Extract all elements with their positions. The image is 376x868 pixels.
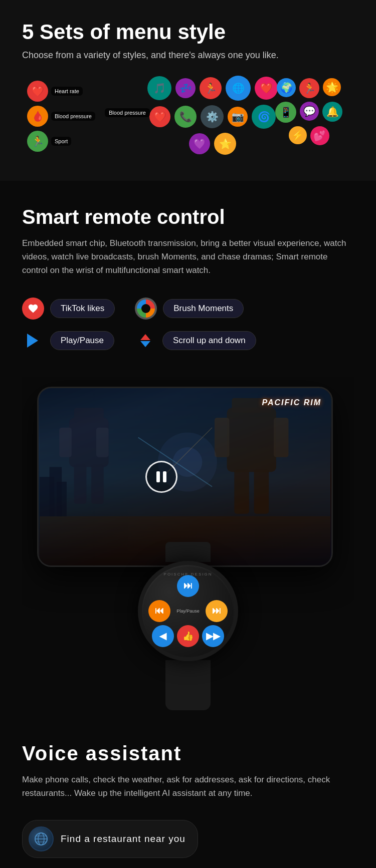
remote-title: Smart remote control — [22, 206, 354, 228]
icon-11: 💜 — [189, 133, 210, 154]
icon-9: 📷 — [228, 107, 248, 127]
video-title-text: PACIFIC RIM — [262, 398, 321, 407]
video-background: PACIFIC RIM — [39, 388, 331, 565]
blood-pressure-label: Blood pressure — [51, 112, 95, 121]
scene-wrapper: PACIFIC RIM POISCHE DESIGN ⏭ — [22, 377, 354, 717]
globe-icon — [34, 831, 49, 846]
moments-circle-icon — [137, 300, 155, 318]
menu-style-desc: Choose from a variety of styles, and the… — [22, 50, 354, 61]
video-scene-svg — [39, 388, 331, 565]
watch-btn-next: ⏭ — [206, 600, 228, 622]
tiktok-label: TikTok likes — [50, 299, 115, 318]
find-restaurant-icon — [29, 826, 54, 851]
watch-btn-skip-forward: ⏭ — [177, 575, 199, 597]
menu-style-title: 5 Sets of menu style — [22, 20, 354, 44]
icon-6: ❤️ — [149, 106, 170, 127]
icon-r1: 🌍 — [277, 78, 296, 97]
arrow-up-icon — [140, 334, 150, 340]
scroll-pill: Scroll up and down — [134, 330, 256, 352]
voice-pills-container: Find a restaurant near you Call Lily — [22, 820, 354, 868]
tiktok-likes-pill: TikTok likes — [22, 298, 115, 320]
brush-moments-label: Brush Moments — [163, 299, 244, 318]
watch-body: POISCHE DESIGN ⏭ ⏮ Play/Pause ⏭ ◀ 👍 — [138, 561, 238, 661]
app-icons-cluster: ❤️ Heart rate 🩸 Blood pressure 🏃 Sport 🎵… — [22, 71, 354, 181]
sport-label: Sport — [51, 137, 71, 146]
heart-rate-icon: ❤️ — [27, 81, 48, 102]
svg-rect-8 — [96, 427, 109, 457]
feature-pills: TikTok likes Brush Moments Play/Pause — [22, 298, 354, 352]
play-triangle-icon — [27, 334, 38, 348]
watch-bottom-row: ◀ 👍 ▶▶ — [152, 625, 224, 647]
watch-frame: POISCHE DESIGN ⏭ ⏮ Play/Pause ⏭ ◀ 👍 — [128, 542, 248, 712]
find-restaurant-text: Find a restaurant near you — [61, 833, 185, 844]
remote-section: Smart remote control Embedded smart chip… — [0, 181, 376, 717]
watch-center-label: Play/Pause — [173, 607, 203, 615]
watch-band-top — [165, 542, 211, 562]
pause-bar-1 — [156, 471, 160, 482]
icon-2: 💤 — [175, 78, 196, 98]
pause-bar-2 — [163, 471, 166, 482]
play-pill-icon — [22, 330, 44, 352]
watch-controls: ⏭ ⏮ Play/Pause ⏭ ◀ 👍 ▶▶ — [148, 575, 228, 647]
svg-rect-6 — [74, 408, 104, 423]
svg-rect-15 — [234, 469, 249, 514]
arrow-down-icon — [140, 341, 150, 347]
scroll-label: Scroll up and down — [162, 331, 256, 350]
watch-btn-like: 👍 — [177, 625, 199, 647]
watch-center-row: ⏮ Play/Pause ⏭ — [148, 600, 228, 622]
icon-12: ⭐ — [214, 133, 236, 155]
watch-btn-prev: ⏮ — [148, 600, 170, 622]
find-restaurant-pill: Find a restaurant near you — [22, 820, 198, 858]
brush-moments-pill: Brush Moments — [135, 298, 244, 320]
moments-pill-icon — [135, 298, 157, 320]
svg-rect-4 — [57, 481, 67, 516]
watch-top-row: ⏭ — [177, 575, 199, 597]
svg-rect-13 — [215, 418, 230, 457]
svg-rect-14 — [274, 418, 289, 457]
icon-8: ⚙️ — [201, 105, 224, 128]
watch-btn-forward: ▶▶ — [202, 625, 224, 647]
blood-pressure-icon: 🩸 — [27, 106, 48, 127]
pause-bars — [156, 471, 166, 482]
svg-rect-7 — [59, 427, 72, 457]
watch-bezel-text: POISCHE DESIGN — [164, 572, 213, 576]
remote-desc: Embedded smart chip, Bluetooth transmiss… — [22, 236, 354, 277]
voice-assistant-desc: Make phone calls, check the weather, ask… — [22, 773, 354, 800]
scroll-pill-icon — [134, 330, 156, 352]
heart-rate-label: Heart rate — [51, 87, 83, 96]
icon-r6: 🔔 — [322, 102, 342, 122]
icon-r4: 📱 — [275, 102, 296, 123]
svg-rect-11 — [227, 408, 276, 472]
icon-r3: 🌟 — [323, 78, 341, 96]
icon-3: 🏃 — [200, 77, 222, 99]
pause-button — [145, 461, 177, 493]
play-pause-pill: Play/Pause — [22, 330, 114, 352]
watch-band-bottom — [165, 660, 211, 710]
icon-4: 🌐 — [226, 76, 251, 101]
icon-r2: 🏃 — [299, 78, 319, 98]
phone-frame: PACIFIC RIM — [37, 387, 333, 567]
icon-1: 🎵 — [147, 76, 171, 100]
icon-r8: 💕 — [310, 126, 329, 145]
sport-icon: 🏃 — [27, 131, 48, 152]
play-pause-label: Play/Pause — [50, 331, 114, 350]
menu-style-section: 5 Sets of menu style Choose from a varie… — [0, 0, 376, 181]
scroll-arrows-icon — [140, 334, 150, 347]
svg-rect-10 — [91, 464, 104, 504]
watch-btn-back: ◀ — [152, 625, 174, 647]
heart-svg — [28, 303, 39, 314]
icon-r7: ⚡ — [289, 126, 307, 144]
svg-rect-9 — [74, 464, 87, 504]
svg-rect-16 — [254, 469, 269, 514]
voice-assistant-title: Voice assistant — [22, 742, 354, 765]
blood-pressure-float: Blood pressure — [105, 108, 150, 117]
heart-pill-icon — [22, 298, 44, 320]
icon-r5: 💬 — [300, 102, 319, 121]
voice-assistant-section: Voice assistant Make phone calls, check … — [0, 717, 376, 868]
icon-7: 📞 — [174, 106, 197, 128]
